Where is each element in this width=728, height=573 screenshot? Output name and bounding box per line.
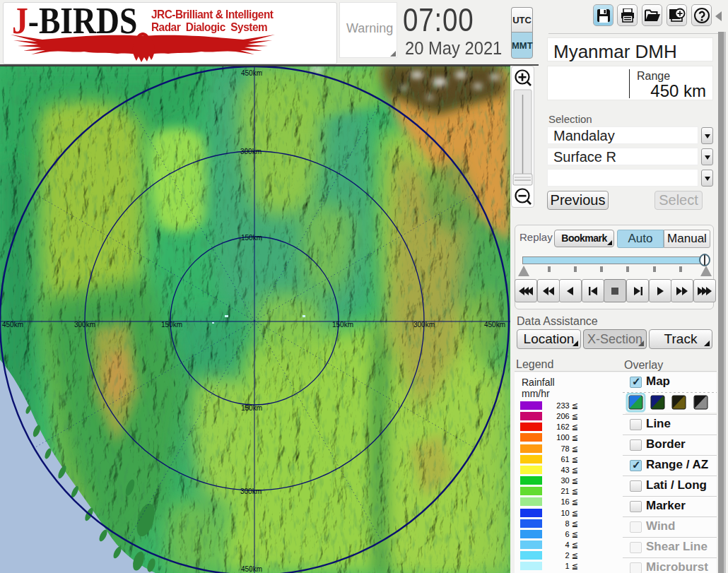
svg-text:300km: 300km	[240, 148, 262, 155]
svg-text:450km: 450km	[484, 321, 505, 329]
svg-text:150km: 150km	[161, 321, 182, 329]
svg-text:450km: 450km	[241, 565, 262, 573]
svg-text:450km: 450km	[2, 321, 23, 329]
svg-text:150km: 150km	[241, 234, 262, 242]
svg-text:150km: 150km	[332, 321, 353, 329]
svg-text:300km: 300km	[74, 321, 95, 329]
svg-text:300km: 300km	[240, 488, 262, 495]
svg-text:450km: 450km	[241, 69, 262, 77]
svg-text:300km: 300km	[413, 321, 435, 329]
svg-text:150km: 150km	[241, 404, 262, 412]
